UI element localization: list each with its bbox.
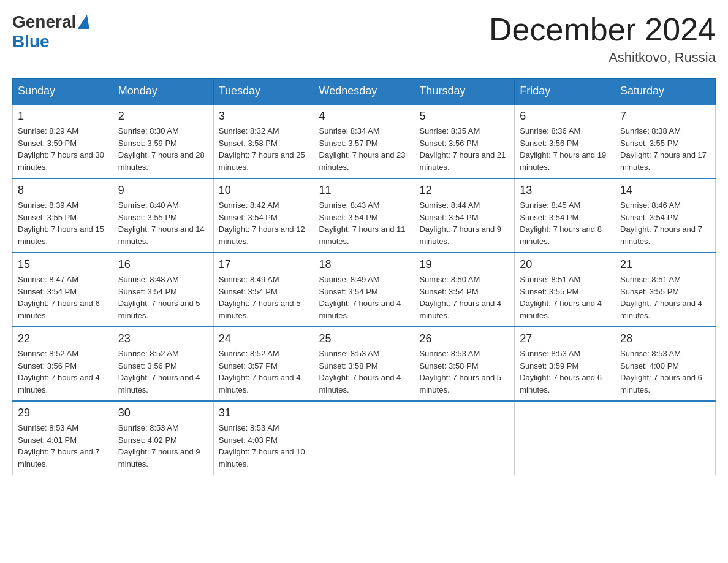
day-cell: 17Sunrise: 8:49 AMSunset: 3:54 PMDayligh… bbox=[213, 253, 314, 327]
week-row-2: 8Sunrise: 8:39 AMSunset: 3:55 PMDaylight… bbox=[13, 178, 716, 253]
day-info: Sunrise: 8:53 AMSunset: 4:01 PMDaylight:… bbox=[18, 422, 108, 470]
day-cell: 10Sunrise: 8:42 AMSunset: 3:54 PMDayligh… bbox=[213, 178, 314, 253]
day-cell: 1Sunrise: 8:29 AMSunset: 3:59 PMDaylight… bbox=[13, 104, 113, 178]
day-number: 20 bbox=[520, 258, 610, 271]
col-header-monday: Monday bbox=[113, 79, 213, 105]
logo-general-text: General bbox=[12, 12, 76, 32]
day-number: 4 bbox=[319, 110, 409, 123]
day-number: 31 bbox=[219, 407, 309, 419]
day-info: Sunrise: 8:53 AMSunset: 3:59 PMDaylight:… bbox=[520, 348, 610, 396]
day-cell: 8Sunrise: 8:39 AMSunset: 3:55 PMDaylight… bbox=[13, 178, 113, 253]
day-number: 8 bbox=[18, 184, 108, 197]
day-number: 23 bbox=[118, 332, 208, 345]
day-info: Sunrise: 8:29 AMSunset: 3:59 PMDaylight:… bbox=[18, 125, 108, 173]
day-cell: 6Sunrise: 8:36 AMSunset: 3:56 PMDaylight… bbox=[515, 104, 615, 178]
week-row-1: 1Sunrise: 8:29 AMSunset: 3:59 PMDaylight… bbox=[13, 104, 716, 178]
day-cell bbox=[515, 401, 615, 475]
day-info: Sunrise: 8:30 AMSunset: 3:59 PMDaylight:… bbox=[118, 125, 208, 173]
day-cell: 2Sunrise: 8:30 AMSunset: 3:59 PMDaylight… bbox=[113, 104, 213, 178]
month-title: December 2024 bbox=[489, 12, 716, 47]
day-info: Sunrise: 8:32 AMSunset: 3:58 PMDaylight:… bbox=[219, 125, 309, 173]
day-info: Sunrise: 8:45 AMSunset: 3:54 PMDaylight:… bbox=[520, 199, 610, 247]
day-info: Sunrise: 8:51 AMSunset: 3:55 PMDaylight:… bbox=[620, 274, 710, 321]
day-cell: 5Sunrise: 8:35 AMSunset: 3:56 PMDaylight… bbox=[414, 104, 515, 178]
day-info: Sunrise: 8:38 AMSunset: 3:55 PMDaylight:… bbox=[620, 125, 710, 173]
day-cell: 30Sunrise: 8:53 AMSunset: 4:02 PMDayligh… bbox=[113, 401, 213, 475]
day-cell: 28Sunrise: 8:53 AMSunset: 4:00 PMDayligh… bbox=[615, 327, 716, 401]
calendar-header-row: SundayMondayTuesdayWednesdayThursdayFrid… bbox=[13, 79, 716, 105]
day-info: Sunrise: 8:52 AMSunset: 3:56 PMDaylight:… bbox=[18, 348, 108, 396]
day-number: 9 bbox=[118, 184, 208, 197]
day-cell: 25Sunrise: 8:53 AMSunset: 3:58 PMDayligh… bbox=[314, 327, 414, 401]
day-number: 16 bbox=[118, 258, 208, 271]
day-number: 6 bbox=[520, 110, 610, 123]
day-number: 7 bbox=[620, 110, 710, 123]
day-number: 24 bbox=[219, 332, 309, 345]
day-cell: 15Sunrise: 8:47 AMSunset: 3:54 PMDayligh… bbox=[13, 253, 113, 327]
day-number: 27 bbox=[520, 332, 610, 345]
day-cell: 12Sunrise: 8:44 AMSunset: 3:54 PMDayligh… bbox=[414, 178, 515, 253]
day-info: Sunrise: 8:34 AMSunset: 3:57 PMDaylight:… bbox=[319, 125, 409, 173]
day-number: 22 bbox=[18, 332, 108, 345]
day-number: 12 bbox=[419, 184, 509, 197]
day-info: Sunrise: 8:53 AMSunset: 3:58 PMDaylight:… bbox=[419, 348, 509, 396]
day-number: 2 bbox=[118, 110, 208, 123]
day-number: 26 bbox=[419, 332, 509, 345]
day-cell: 7Sunrise: 8:38 AMSunset: 3:55 PMDaylight… bbox=[615, 104, 716, 178]
day-info: Sunrise: 8:49 AMSunset: 3:54 PMDaylight:… bbox=[319, 274, 409, 321]
day-info: Sunrise: 8:53 AMSunset: 3:58 PMDaylight:… bbox=[319, 348, 409, 396]
day-cell: 4Sunrise: 8:34 AMSunset: 3:57 PMDaylight… bbox=[314, 104, 414, 178]
title-section: December 2024 Ashitkovo, Russia bbox=[489, 12, 716, 66]
day-cell: 27Sunrise: 8:53 AMSunset: 3:59 PMDayligh… bbox=[515, 327, 615, 401]
day-number: 5 bbox=[419, 110, 509, 123]
col-header-saturday: Saturday bbox=[615, 79, 716, 105]
day-cell: 14Sunrise: 8:46 AMSunset: 3:54 PMDayligh… bbox=[615, 178, 716, 253]
day-info: Sunrise: 8:35 AMSunset: 3:56 PMDaylight:… bbox=[419, 125, 509, 173]
calendar-table: SundayMondayTuesdayWednesdayThursdayFrid… bbox=[12, 78, 716, 475]
day-cell: 21Sunrise: 8:51 AMSunset: 3:55 PMDayligh… bbox=[615, 253, 716, 327]
day-info: Sunrise: 8:40 AMSunset: 3:55 PMDaylight:… bbox=[118, 199, 208, 247]
day-info: Sunrise: 8:50 AMSunset: 3:54 PMDaylight:… bbox=[419, 274, 509, 321]
day-number: 11 bbox=[319, 184, 409, 197]
day-cell: 22Sunrise: 8:52 AMSunset: 3:56 PMDayligh… bbox=[13, 327, 113, 401]
day-number: 10 bbox=[219, 184, 309, 197]
day-number: 19 bbox=[419, 258, 509, 271]
day-info: Sunrise: 8:47 AMSunset: 3:54 PMDaylight:… bbox=[18, 274, 108, 321]
week-row-4: 22Sunrise: 8:52 AMSunset: 3:56 PMDayligh… bbox=[13, 327, 716, 401]
day-info: Sunrise: 8:51 AMSunset: 3:55 PMDaylight:… bbox=[520, 274, 610, 321]
day-info: Sunrise: 8:42 AMSunset: 3:54 PMDaylight:… bbox=[219, 199, 309, 247]
day-number: 30 bbox=[118, 407, 208, 419]
day-number: 25 bbox=[319, 332, 409, 345]
col-header-sunday: Sunday bbox=[13, 79, 113, 105]
day-number: 15 bbox=[18, 258, 108, 271]
day-info: Sunrise: 8:49 AMSunset: 3:54 PMDaylight:… bbox=[219, 274, 309, 321]
col-header-thursday: Thursday bbox=[414, 79, 515, 105]
day-cell: 24Sunrise: 8:52 AMSunset: 3:57 PMDayligh… bbox=[213, 327, 314, 401]
day-cell: 19Sunrise: 8:50 AMSunset: 3:54 PMDayligh… bbox=[414, 253, 515, 327]
col-header-tuesday: Tuesday bbox=[213, 79, 314, 105]
day-info: Sunrise: 8:53 AMSunset: 4:02 PMDaylight:… bbox=[118, 422, 208, 470]
day-number: 18 bbox=[319, 258, 409, 271]
week-row-3: 15Sunrise: 8:47 AMSunset: 3:54 PMDayligh… bbox=[13, 253, 716, 327]
day-info: Sunrise: 8:46 AMSunset: 3:54 PMDaylight:… bbox=[620, 199, 710, 247]
day-number: 28 bbox=[620, 332, 710, 345]
day-cell: 3Sunrise: 8:32 AMSunset: 3:58 PMDaylight… bbox=[213, 104, 314, 178]
day-info: Sunrise: 8:39 AMSunset: 3:55 PMDaylight:… bbox=[18, 199, 108, 247]
location-label: Ashitkovo, Russia bbox=[489, 50, 716, 66]
week-row-5: 29Sunrise: 8:53 AMSunset: 4:01 PMDayligh… bbox=[13, 401, 716, 475]
page-header: General Blue December 2024 Ashitkovo, Ru… bbox=[12, 12, 716, 66]
day-info: Sunrise: 8:36 AMSunset: 3:56 PMDaylight:… bbox=[520, 125, 610, 173]
day-cell: 9Sunrise: 8:40 AMSunset: 3:55 PMDaylight… bbox=[113, 178, 213, 253]
day-cell: 20Sunrise: 8:51 AMSunset: 3:55 PMDayligh… bbox=[515, 253, 615, 327]
day-cell: 18Sunrise: 8:49 AMSunset: 3:54 PMDayligh… bbox=[314, 253, 414, 327]
day-number: 17 bbox=[219, 258, 309, 271]
logo-blue-text: Blue bbox=[12, 32, 50, 51]
day-info: Sunrise: 8:43 AMSunset: 3:54 PMDaylight:… bbox=[319, 199, 409, 247]
day-number: 3 bbox=[219, 110, 309, 123]
day-cell bbox=[314, 401, 414, 475]
day-cell: 11Sunrise: 8:43 AMSunset: 3:54 PMDayligh… bbox=[314, 178, 414, 253]
day-cell: 23Sunrise: 8:52 AMSunset: 3:56 PMDayligh… bbox=[113, 327, 213, 401]
day-cell: 16Sunrise: 8:48 AMSunset: 3:54 PMDayligh… bbox=[113, 253, 213, 327]
day-cell: 31Sunrise: 8:53 AMSunset: 4:03 PMDayligh… bbox=[213, 401, 314, 475]
day-number: 29 bbox=[18, 407, 108, 419]
